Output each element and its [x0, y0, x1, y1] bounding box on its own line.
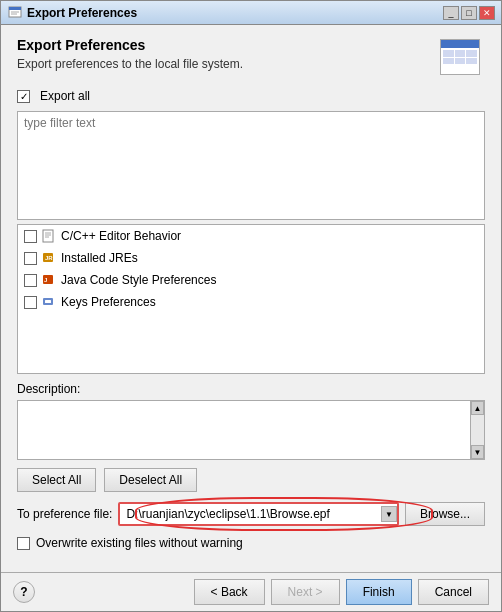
help-button[interactable]: ?: [13, 581, 35, 603]
svg-rect-4: [43, 230, 53, 242]
filter-input[interactable]: [18, 112, 484, 134]
preference-file-combo[interactable]: D:\ruanjian\zyc\eclipse\1.1\Browse.epf: [118, 502, 399, 526]
window: Export Preferences _ □ ✕ Export Preferen…: [0, 0, 502, 612]
tree-item-checkbox-0[interactable]: [24, 230, 37, 243]
overwrite-label: Overwrite existing files without warning: [36, 536, 243, 550]
svg-text:JR: JR: [45, 255, 53, 261]
finish-button[interactable]: Finish: [346, 579, 412, 605]
tree-item-label-1: Installed JREs: [61, 251, 138, 265]
scrollbar-up[interactable]: ▲: [471, 401, 484, 415]
export-all-checkbox[interactable]: [17, 90, 30, 103]
svg-rect-13: [45, 300, 51, 303]
window-title: Export Preferences: [27, 6, 443, 20]
tree-item[interactable]: J Java Code Style Preferences: [18, 269, 484, 291]
preference-combo-wrapper: D:\ruanjian\zyc\eclipse\1.1\Browse.epf ▼: [118, 502, 399, 526]
bottom-bar: ? < Back Next > Finish Cancel: [1, 572, 501, 611]
preference-file-label: To preference file:: [17, 507, 112, 521]
tree-item-label-0: C/C++ Editor Behavior: [61, 229, 181, 243]
tree-item[interactable]: JR Installed JREs: [18, 247, 484, 269]
tree-item[interactable]: C/C++ Editor Behavior: [18, 225, 484, 247]
tree-item-checkbox-2[interactable]: [24, 274, 37, 287]
close-button[interactable]: ✕: [479, 6, 495, 20]
browse-button[interactable]: Browse...: [405, 502, 485, 526]
tree-item[interactable]: Keys Preferences: [18, 291, 484, 313]
page-header: Export Preferences Export preferences to…: [17, 37, 485, 77]
scrollbar-down[interactable]: ▼: [471, 445, 484, 459]
tree-area[interactable]: C/C++ Editor Behavior JR Installed JREs: [17, 224, 485, 374]
deselect-all-button[interactable]: Deselect All: [104, 468, 197, 492]
overwrite-row: Overwrite existing files without warning: [17, 536, 485, 550]
java-icon: J: [41, 272, 57, 288]
title-bar: Export Preferences _ □ ✕: [1, 1, 501, 25]
export-all-row: Export all: [17, 89, 485, 103]
page-icon-0: [41, 228, 57, 244]
jre-icon: JR: [41, 250, 57, 266]
tree-item-checkbox-1[interactable]: [24, 252, 37, 265]
minimize-button[interactable]: _: [443, 6, 459, 20]
page-title: Export Preferences: [17, 37, 435, 53]
select-all-button[interactable]: Select All: [17, 468, 96, 492]
svg-text:J: J: [44, 277, 47, 283]
export-icon: [440, 39, 480, 75]
filter-box: [17, 111, 485, 220]
tree-item-checkbox-3[interactable]: [24, 296, 37, 309]
export-all-label: Export all: [40, 89, 90, 103]
maximize-button[interactable]: □: [461, 6, 477, 20]
description-label: Description:: [17, 382, 485, 396]
tree-item-label-2: Java Code Style Preferences: [61, 273, 216, 287]
buttons-row: Select All Deselect All: [17, 468, 485, 492]
cancel-button[interactable]: Cancel: [418, 579, 489, 605]
window-icon: [7, 5, 23, 21]
description-scrollbar: ▲ ▼: [470, 401, 484, 459]
page-header-text: Export Preferences Export preferences to…: [17, 37, 435, 71]
tree-item-label-3: Keys Preferences: [61, 295, 156, 309]
description-box: ▲ ▼: [17, 400, 485, 460]
page-subtitle: Export preferences to the local file sys…: [17, 57, 435, 71]
title-bar-buttons: _ □ ✕: [443, 6, 495, 20]
svg-rect-1: [9, 7, 21, 10]
preference-file-row: To preference file: D:\ruanjian\zyc\ecli…: [17, 502, 485, 526]
page-icon: [435, 37, 485, 77]
next-button[interactable]: Next >: [271, 579, 340, 605]
overwrite-checkbox[interactable]: [17, 537, 30, 550]
content-area: Export Preferences Export preferences to…: [1, 25, 501, 572]
keys-icon: [41, 294, 57, 310]
back-button[interactable]: < Back: [194, 579, 265, 605]
